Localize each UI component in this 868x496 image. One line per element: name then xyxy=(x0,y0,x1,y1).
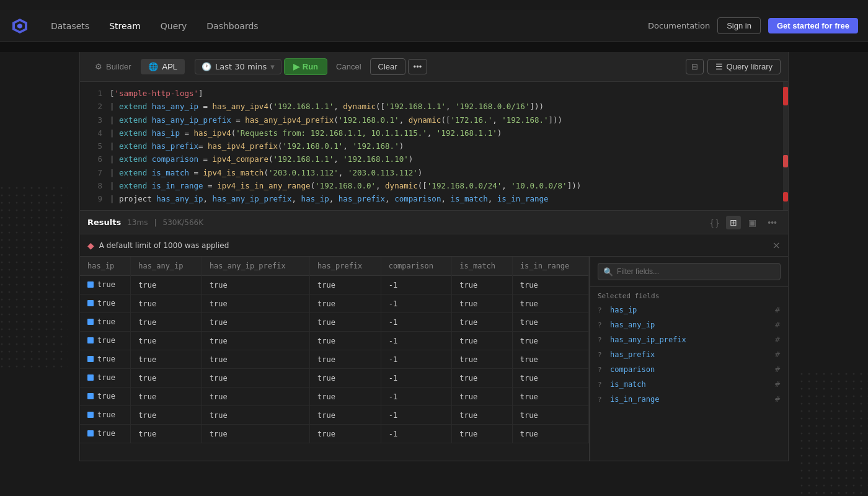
table-row[interactable]: truetruetruetrue-1truetrue xyxy=(80,350,589,369)
field-type-icon: ? xyxy=(598,351,606,359)
nav-dashboards[interactable]: Dashboards xyxy=(198,17,267,35)
clock-icon: 🕐 xyxy=(202,62,211,71)
table-row[interactable]: truetruetruetrue-1truetrue xyxy=(80,425,589,443)
code-line-9: 9| project has_any_ip, has_any_ip_prefix… xyxy=(80,192,788,205)
table-cell: true xyxy=(202,425,309,443)
field-item-comparison[interactable]: ?comparison# xyxy=(590,362,788,377)
table-cell: true xyxy=(131,332,202,350)
table-cell: true xyxy=(310,332,381,350)
run-button[interactable]: ▶ Run xyxy=(284,58,327,75)
results-area: Results 13ms | 530K/566K { } ⊞ ▣ ••• ◆ A… xyxy=(80,211,788,461)
nav-query[interactable]: Query xyxy=(152,17,196,35)
apl-tab[interactable]: 🌐 APL xyxy=(141,59,185,74)
table-row[interactable]: truetruetruetrue-1truetrue xyxy=(80,313,589,332)
toolbar-right: ⊟ ☰ Query library xyxy=(686,59,781,74)
nav-stream[interactable]: Stream xyxy=(100,17,149,35)
line-number: 3 xyxy=(87,113,102,126)
field-item-has_prefix[interactable]: ?has_prefix# xyxy=(590,347,788,362)
col-header-is_in_range[interactable]: is_in_range xyxy=(512,257,588,276)
results-more-btn[interactable]: ••• xyxy=(764,216,781,229)
col-header-has_any_ip_prefix[interactable]: has_any_ip_prefix xyxy=(202,257,309,276)
col-header-has_ip[interactable]: has_ip xyxy=(80,257,131,276)
col-header-has_any_ip[interactable]: has_any_ip xyxy=(131,257,202,276)
field-type-symbol: # xyxy=(774,395,781,404)
table-view-btn[interactable]: ⊞ xyxy=(726,216,741,229)
table-cell: true xyxy=(512,332,588,350)
svg-rect-1 xyxy=(0,186,68,372)
builder-tab[interactable]: ⚙ Builder xyxy=(87,59,138,74)
line-number: 4 xyxy=(87,126,102,140)
query-library-button[interactable]: ☰ Query library xyxy=(707,59,781,74)
field-item-has_any_ip_prefix[interactable]: ?has_any_ip_prefix# xyxy=(590,332,788,347)
table-row[interactable]: truetruetruetrue-1truetrue xyxy=(80,406,589,425)
field-name-label: is_match xyxy=(610,380,771,389)
scroll-thumb-2 xyxy=(783,155,788,167)
results-size: 530K/566K xyxy=(163,218,204,227)
table-row[interactable]: truetruetruetrue-1truetrue xyxy=(80,276,589,294)
globe-icon: 🌐 xyxy=(148,62,158,71)
line-content: | extend has_any_ip_prefix = has_any_ipv… xyxy=(110,113,562,126)
line-content: ['sample-http-logs'] xyxy=(110,87,203,100)
field-type-icon: ? xyxy=(598,321,606,329)
more-button[interactable]: ••• xyxy=(408,59,428,74)
results-header: Results 13ms | 530K/566K { } ⊞ ▣ ••• xyxy=(80,211,788,234)
col-header-is_match[interactable]: is_match xyxy=(452,257,513,276)
line-content: | extend is_match = ipv4_is_match('203.0… xyxy=(110,166,422,179)
search-icon: 🔍 xyxy=(603,267,613,277)
field-item-has_any_ip[interactable]: ?has_any_ip# xyxy=(590,317,788,332)
code-editor[interactable]: 1['sample-http-logs']2| extend has_any_i… xyxy=(80,82,788,211)
clear-button[interactable]: Clear xyxy=(370,58,405,75)
results-table-wrapper[interactable]: has_iphas_any_iphas_any_ip_prefixhas_pre… xyxy=(80,257,590,461)
field-item-has_ip[interactable]: ?has_ip# xyxy=(590,303,788,317)
table-cell: true xyxy=(452,369,513,388)
field-type-icon: ? xyxy=(598,396,606,404)
getstarted-button[interactable]: Get started for free xyxy=(768,18,858,33)
signin-button[interactable]: Sign in xyxy=(717,17,761,34)
table-cell: true xyxy=(202,294,309,313)
table-cell: true xyxy=(80,425,131,443)
table-cell: -1 xyxy=(381,406,452,425)
table-cell: true xyxy=(452,276,513,294)
field-panel: 🔍 Selected fields ?has_ip#?has_any_ip#?h… xyxy=(590,257,788,461)
table-row[interactable]: truetruetruetrue-1truetrue xyxy=(80,294,589,313)
field-type-symbol: # xyxy=(774,335,781,344)
code-lines: 1['sample-http-logs']2| extend has_any_i… xyxy=(80,87,788,205)
col-header-comparison[interactable]: comparison xyxy=(381,257,452,276)
table-row[interactable]: truetruetruetrue-1truetrue xyxy=(80,332,589,350)
line-number: 9 xyxy=(87,192,102,205)
table-body: truetruetruetrue-1truetruetruetruetruetr… xyxy=(80,276,589,443)
table-row[interactable]: truetruetruetrue-1truetrue xyxy=(80,369,589,388)
line-content: | extend has_ip = has_ipv4('Requests fro… xyxy=(110,126,502,140)
toolbar: ⚙ Builder 🌐 APL 🕐 Last 30 mins ▾ ▶ Run C… xyxy=(80,52,788,82)
table-cell: true xyxy=(80,313,131,332)
field-item-is_match[interactable]: ?is_match# xyxy=(590,377,788,392)
table-cell: true xyxy=(131,425,202,443)
table-cell: true xyxy=(452,425,513,443)
field-item-is_in_range[interactable]: ?is_in_range# xyxy=(590,392,788,407)
table-cell: true xyxy=(80,276,131,294)
code-line-2: 2| extend has_any_ip = has_any_ipv4('192… xyxy=(80,100,788,113)
table-cell: true xyxy=(80,332,131,350)
panel-view-btn[interactable]: ▣ xyxy=(745,216,760,229)
row-indicator xyxy=(87,319,94,325)
nav-datasets[interactable]: Datasets xyxy=(42,17,98,35)
col-header-has_prefix[interactable]: has_prefix xyxy=(310,257,381,276)
nav-links: Datasets Stream Query Dashboards xyxy=(42,17,648,35)
nav-documentation[interactable]: Documentation xyxy=(648,21,710,30)
table-cell: true xyxy=(310,294,381,313)
split-view-button[interactable]: ⊟ xyxy=(686,59,704,74)
warning-icon: ◆ xyxy=(87,241,94,250)
table-cell: true xyxy=(131,350,202,369)
table-row[interactable]: truetruetruetrue-1truetrue xyxy=(80,388,589,406)
time-selector[interactable]: 🕐 Last 30 mins ▾ xyxy=(195,59,281,74)
top-background: Datasets Stream Query Dashboards Documen… xyxy=(0,10,868,52)
field-name-label: comparison xyxy=(610,365,771,374)
warning-close-btn[interactable]: × xyxy=(773,239,781,251)
json-view-btn[interactable]: { } xyxy=(707,216,722,229)
table-cell: true xyxy=(202,406,309,425)
cancel-button[interactable]: Cancel xyxy=(330,59,367,74)
table-cell: -1 xyxy=(381,313,452,332)
code-line-6: 6| extend comparison = ipv4_compare('192… xyxy=(80,153,788,166)
field-search-input[interactable] xyxy=(598,263,781,280)
line-number: 2 xyxy=(87,100,102,113)
